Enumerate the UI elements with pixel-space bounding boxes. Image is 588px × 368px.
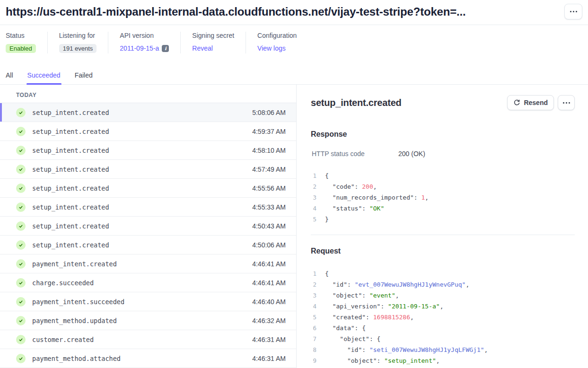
line-number: 4: [311, 205, 316, 212]
event-row[interactable]: setup_intent.created4:55:33 AM: [0, 198, 296, 217]
check-icon: [16, 127, 26, 136]
section-divider: [311, 235, 575, 235]
event-row[interactable]: customer.created4:46:31 AM: [0, 330, 296, 349]
event-row[interactable]: setup_intent.created4:57:49 AM: [0, 160, 296, 179]
detail-header: setup_intent.created Resend: [311, 95, 575, 110]
line-number: 5: [311, 314, 316, 321]
line-number: 8: [311, 346, 316, 353]
check-icon: [16, 165, 26, 174]
status-item-status: Status Enabled: [6, 32, 47, 53]
event-row[interactable]: setup_intent.created4:58:10 AM: [0, 141, 296, 160]
event-detail-panel: setup_intent.created Resend Response: [297, 85, 588, 368]
check-icon: [16, 221, 26, 231]
event-row[interactable]: setup_intent.created4:59:37 AM: [0, 122, 296, 141]
status-label: Status: [6, 32, 36, 39]
event-type: customer.created: [32, 336, 94, 343]
event-type: setup_intent.created: [32, 241, 109, 249]
event-row[interactable]: setup_intent.created5:08:06 AM: [0, 103, 296, 122]
event-type: setup_intent.created: [32, 109, 109, 116]
events-count-badge: 191 events: [59, 44, 97, 53]
event-row[interactable]: payment_method.attached4:46:31 AM: [0, 349, 296, 368]
event-row[interactable]: setup_intent.created4:50:43 AM: [0, 217, 296, 236]
code-line: 4 "status": "OK": [311, 203, 575, 214]
status-item-api-version: API version 2011-09-15-a i: [108, 32, 180, 53]
http-status-row: HTTP status code 200 (OK): [311, 150, 575, 158]
event-type: payment_method.attached: [32, 355, 121, 362]
response-code-block: 1{2 "code": 200,3 "num_records_imported"…: [311, 170, 575, 225]
tab-succeeded[interactable]: Succeeded: [27, 71, 61, 84]
code-line: 5}: [311, 214, 575, 225]
line-number: 3: [311, 292, 316, 299]
event-row[interactable]: payment_intent.succeeded4:46:40 AM: [0, 292, 296, 311]
status-enabled-badge: Enabled: [6, 44, 36, 53]
event-time: 4:46:31 AM: [252, 355, 296, 362]
line-number: 1: [311, 172, 316, 179]
code-line: 3 "num_records_imported": 1,: [311, 192, 575, 203]
event-row[interactable]: setup_intent.created4:55:56 AM: [0, 179, 296, 198]
event-row[interactable]: charge.succeeded4:46:41 AM: [0, 273, 296, 292]
check-icon: [16, 316, 26, 325]
event-row[interactable]: setup_intent.created4:50:06 AM: [0, 236, 296, 254]
check-icon: [16, 108, 26, 117]
check-icon: [16, 146, 26, 155]
check-icon: [16, 202, 26, 212]
resend-icon: [513, 99, 520, 106]
code-line: 9 "object": "setup_intent",: [311, 355, 575, 366]
event-type: setup_intent.created: [32, 203, 109, 211]
line-number: 1: [311, 270, 316, 277]
check-icon: [16, 259, 26, 269]
line-number: 7: [311, 335, 316, 342]
date-group-label: TODAY: [0, 85, 296, 103]
event-rows: setup_intent.created5:08:06 AMsetup_inte…: [0, 103, 296, 368]
check-icon: [16, 278, 26, 288]
tab-all[interactable]: All: [6, 71, 13, 84]
event-row[interactable]: payment_intent.created4:46:41 AM: [0, 254, 296, 273]
resend-label: Resend: [524, 99, 548, 106]
code-line: 2 "id": "evt_007WewuJW8hgHJ1yWnevGPuq",: [311, 279, 575, 290]
event-time: 4:58:10 AM: [252, 147, 296, 154]
event-time: 4:50:43 AM: [252, 222, 296, 230]
reveal-secret-link[interactable]: Reveal: [192, 44, 213, 52]
line-number: 4: [311, 303, 316, 310]
event-time: 4:46:40 AM: [252, 298, 296, 306]
detail-actions: Resend: [507, 95, 575, 110]
code-line: 5 "created": 1698815286,: [311, 312, 575, 323]
response-heading: Response: [311, 130, 575, 139]
line-number: 2: [311, 183, 316, 190]
code-line: 7 "object": {: [311, 333, 575, 344]
event-time: 4:57:49 AM: [252, 166, 296, 173]
event-type: payment_intent.succeeded: [32, 298, 124, 306]
request-heading: Request: [311, 247, 575, 255]
event-type: setup_intent.created: [32, 222, 109, 230]
event-filter-tabs: All Succeeded Failed: [0, 71, 588, 85]
view-logs-link[interactable]: View logs: [257, 44, 286, 52]
event-type: setup_intent.created: [32, 147, 109, 154]
event-list-panel: TODAY setup_intent.created5:08:06 AMsetu…: [0, 85, 297, 368]
status-label: API version: [120, 32, 169, 39]
tab-failed[interactable]: Failed: [75, 71, 93, 84]
endpoint-url-title: https://us-central1-mixpanel-internal-da…: [6, 4, 465, 20]
check-icon: [16, 335, 26, 344]
detail-overflow-button[interactable]: [558, 95, 575, 110]
event-type: setup_intent.created: [32, 184, 109, 192]
resend-button[interactable]: Resend: [507, 95, 554, 110]
info-icon[interactable]: i: [162, 45, 169, 52]
http-status-label: HTTP status code: [312, 150, 398, 158]
code-line: 1{: [311, 268, 575, 279]
http-status-value: 200 (OK): [398, 150, 425, 158]
code-line: 8 "id": "seti_007WewuJW8hgHJ1yJqLFWGj1",: [311, 344, 575, 355]
event-row[interactable]: payment_method.updated4:46:32 AM: [0, 311, 296, 330]
event-time: 4:55:33 AM: [252, 203, 296, 211]
status-bar: Status Enabled Listening for 191 events …: [0, 25, 588, 59]
header-overflow-button[interactable]: [564, 4, 582, 19]
event-type: payment_method.updated: [32, 317, 117, 324]
page-header: https://us-central1-mixpanel-internal-da…: [0, 0, 588, 25]
event-type: charge.succeeded: [32, 279, 94, 287]
status-label: Listening for: [59, 32, 97, 39]
code-line: 3 "object": "event",: [311, 290, 575, 301]
event-type: setup_intent.created: [32, 128, 109, 135]
api-version-link[interactable]: 2011-09-15-a: [120, 44, 159, 52]
line-number: 5: [311, 216, 316, 223]
status-item-listening-for: Listening for 191 events: [47, 32, 108, 53]
event-time: 4:46:32 AM: [252, 317, 296, 324]
